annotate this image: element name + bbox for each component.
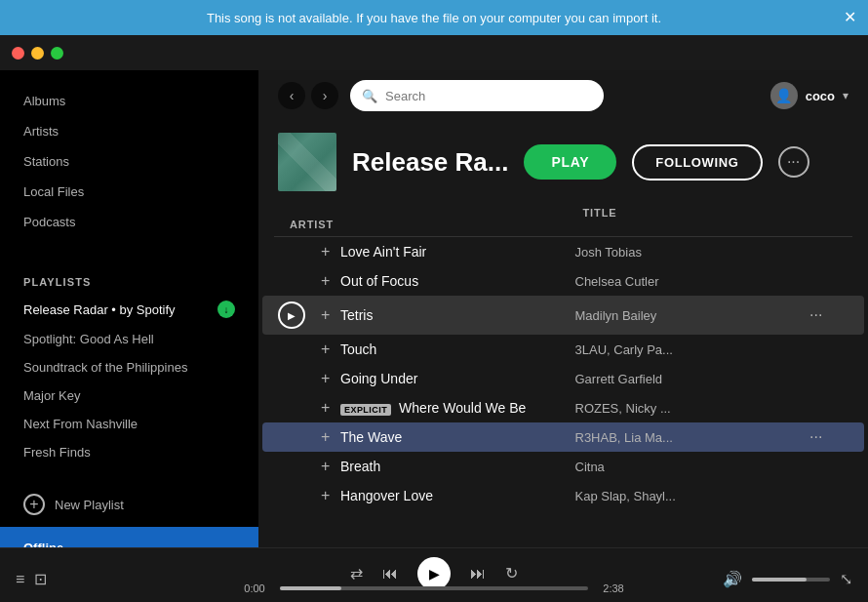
track-row[interactable]: +EXPLICITWhere Would We BeROZES, Nicky .… — [262, 393, 864, 422]
track-artist: Kap Slap, Shayl... — [575, 489, 676, 503]
track-add-button[interactable]: + — [321, 272, 330, 290]
track-add-button[interactable]: + — [321, 487, 330, 504]
volume-bar[interactable] — [752, 578, 830, 582]
playlist-item-soundtrack[interactable]: Soundtrack of the Philippines — [0, 353, 258, 381]
repeat-button[interactable]: ↻ — [505, 564, 518, 582]
track-add-button[interactable]: + — [321, 458, 330, 475]
notification-close-button[interactable]: ✕ — [844, 10, 856, 25]
play-button[interactable]: PLAY — [524, 144, 616, 180]
nav-arrows: ‹ › — [278, 82, 338, 109]
search-input[interactable] — [385, 89, 592, 103]
track-add-button[interactable]: + — [321, 243, 330, 261]
playlist-item-release-radar[interactable]: Release Radar • by Spotify ↓ — [0, 294, 258, 325]
window-controls — [12, 47, 63, 60]
track-row[interactable]: +Out of FocusChelsea Cutler··· — [262, 266, 864, 296]
track-title: Tetris — [340, 307, 373, 323]
volume-fill — [752, 578, 807, 582]
minimize-window-button[interactable] — [31, 47, 44, 60]
download-icon: ↓ — [217, 301, 235, 318]
previous-button[interactable]: ⏮ — [382, 565, 398, 582]
sidebar-item-stations[interactable]: Stations — [0, 146, 258, 177]
player-right-controls: 🔊 ⤡ — [723, 570, 852, 588]
track-artist: R3HAB, Lia Ma... — [575, 430, 673, 445]
track-title: Hangover Love — [340, 488, 433, 503]
track-title: Where Would We Be — [399, 400, 526, 416]
track-title: The Wave — [340, 429, 402, 445]
volume-icon[interactable]: 🔊 — [723, 570, 742, 588]
maximize-window-button[interactable] — [51, 47, 63, 60]
track-list: +Love Ain't FairJosh Tobias···+Out of Fo… — [258, 237, 868, 547]
player-left-controls: ≡ ⊡ — [16, 570, 47, 588]
sidebar-item-albums[interactable]: Albums — [0, 86, 258, 116]
sidebar-item-podcasts[interactable]: Podcasts — [0, 207, 258, 237]
fullscreen-icon[interactable]: ⤡ — [840, 570, 852, 588]
title-column-header: TITLE — [583, 207, 838, 219]
track-play-button[interactable]: ▶ — [278, 301, 305, 329]
main-layout: Albums Artists Stations Local Files Podc… — [0, 70, 868, 547]
track-title: Going Under — [340, 371, 417, 386]
chevron-down-icon[interactable]: ▾ — [843, 89, 848, 102]
track-row[interactable]: +BreathCitna··· — [262, 452, 864, 481]
artist-column-header: ARTIST — [290, 219, 329, 230]
track-add-button[interactable]: + — [321, 399, 330, 417]
track-row[interactable]: +Touch3LAU, Carly Pa...··· — [262, 335, 864, 364]
track-row[interactable]: +Love Ain't FairJosh Tobias··· — [262, 237, 864, 266]
avatar-icon: 👤 — [775, 88, 792, 103]
track-more-button[interactable]: ··· — [809, 428, 822, 446]
track-list-header: TITLE ARTIST — [274, 201, 852, 237]
track-title: Love Ain't Fair — [340, 244, 426, 260]
playlist-item-major-key[interactable]: Major Key — [0, 381, 258, 410]
player-bar: ⇄ ⏮ ▶ ⏭ ↻ 0:00 2:38 ≡ ⊡ 🔊 ⤡ — [0, 547, 868, 602]
track-add-button[interactable]: + — [321, 370, 330, 387]
new-playlist-button[interactable]: + New Playlist — [0, 482, 258, 527]
current-time: 0:00 — [239, 582, 270, 594]
forward-button[interactable]: › — [311, 82, 338, 109]
track-row[interactable]: +Hangover LoveKap Slap, Shayl...··· — [262, 481, 864, 510]
track-artist: Josh Tobias — [575, 245, 642, 260]
track-add-button[interactable]: + — [321, 341, 330, 358]
track-add-button[interactable]: + — [321, 306, 330, 324]
track-title: Touch — [340, 341, 376, 357]
total-time: 2:38 — [598, 582, 629, 594]
playlist-item-next-nashville[interactable]: Next From Nashville — [0, 410, 258, 438]
top-nav: ‹ › 🔍 👤 coco ▾ — [258, 70, 868, 121]
close-window-button[interactable] — [12, 47, 24, 60]
following-button[interactable]: FOLLOWING — [632, 144, 762, 181]
playlist-item-spotlight[interactable]: Spotlight: Good As Hell — [0, 325, 258, 353]
track-title: Out of Focus — [340, 273, 418, 289]
track-row[interactable]: +The WaveR3HAB, Lia Ma...··· — [262, 422, 864, 452]
search-bar: 🔍 — [350, 80, 604, 111]
playlist-item-fresh-finds[interactable]: Fresh Finds — [0, 438, 258, 466]
more-options-button[interactable]: ··· — [778, 146, 809, 178]
track-add-button[interactable]: + — [321, 428, 330, 446]
content-area: ‹ › 🔍 👤 coco ▾ Release Ra... PLAY FOL — [258, 70, 868, 547]
avatar: 👤 — [770, 82, 798, 109]
playlist-header: Release Ra... PLAY FOLLOWING ··· — [258, 121, 868, 201]
explicit-badge: EXPLICIT — [340, 404, 391, 416]
track-artist: Madilyn Bailey — [575, 308, 657, 323]
next-button[interactable]: ⏭ — [470, 565, 486, 582]
playlist-art-image — [278, 133, 336, 191]
shuffle-button[interactable]: ⇄ — [350, 564, 363, 582]
playlists-section-label: PLAYLISTS — [0, 261, 258, 294]
track-artist: 3LAU, Carly Pa... — [575, 342, 673, 357]
back-button[interactable]: ‹ — [278, 82, 305, 109]
track-artist: Chelsea Cutler — [575, 274, 659, 289]
track-more-button[interactable]: ··· — [809, 306, 822, 324]
queue-icon[interactable]: ≡ — [16, 571, 24, 588]
offline-button[interactable]: Offline — [0, 527, 258, 547]
playlist-title: Release Ra... — [352, 147, 508, 178]
notification-message: This song is not available. If you have … — [207, 11, 661, 25]
sidebar-item-artists[interactable]: Artists — [0, 116, 258, 146]
track-artist: Garrett Garfield — [575, 372, 663, 386]
sidebar-nav: Albums Artists Stations Local Files Podc… — [0, 78, 258, 245]
devices-icon[interactable]: ⊡ — [34, 570, 47, 588]
track-row[interactable]: +Going UnderGarrett Garfield··· — [262, 364, 864, 393]
progress-bar-row: 0:00 2:38 — [239, 582, 629, 594]
track-row[interactable]: ▶+TetrisMadilyn Bailey··· — [262, 296, 864, 335]
playlist-art — [278, 133, 336, 191]
sidebar-item-local-files[interactable]: Local Files — [0, 177, 258, 207]
track-artist: Citna — [575, 460, 605, 474]
title-bar — [0, 35, 868, 70]
progress-track[interactable] — [280, 586, 588, 590]
